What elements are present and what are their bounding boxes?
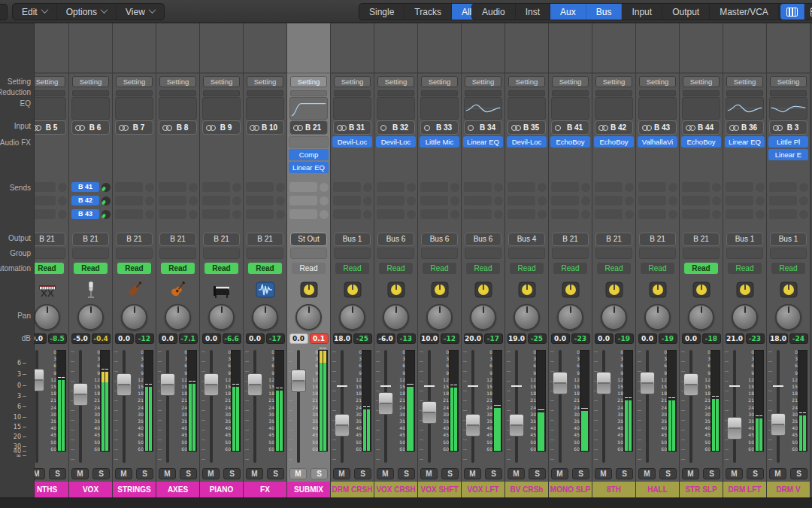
output-slot[interactable]: Bus 1 <box>726 233 763 246</box>
send-empty-slot[interactable] <box>246 209 274 219</box>
send-empty-slot[interactable] <box>769 209 797 219</box>
setting-button[interactable]: Setting <box>247 76 283 87</box>
fader-cap[interactable] <box>117 373 132 396</box>
mute-button[interactable]: M <box>289 468 307 479</box>
pan-knob[interactable] <box>723 302 766 332</box>
group-slot[interactable] <box>639 248 676 259</box>
peak-value[interactable]: -19 <box>659 333 677 344</box>
pan-knob-dial[interactable] <box>732 304 758 330</box>
channel-strip-drm-v[interactable]: Setting B 3 Little PlLinear E Bus 1 Read… <box>767 23 810 497</box>
send-empty-slot[interactable] <box>289 196 317 205</box>
pan-knob[interactable] <box>244 302 286 332</box>
volume-value[interactable]: 0.0 <box>595 333 614 344</box>
mute-button[interactable]: M <box>420 468 438 479</box>
setting-button[interactable]: Setting <box>508 76 545 87</box>
output-slot[interactable]: Bus 6 <box>421 233 458 246</box>
fader-cap[interactable] <box>247 373 262 396</box>
gauge-icon[interactable] <box>680 278 723 300</box>
pan-knob-dial[interactable] <box>295 304 322 330</box>
fader-cap[interactable] <box>160 373 175 396</box>
channel-strip-vox-shft[interactable]: Setting B 33 Little Mic Bus 6 Read 10.0 … <box>418 23 462 497</box>
track-name[interactable]: SUBMIX <box>287 482 330 497</box>
peak-value[interactable]: 0.1 <box>310 333 329 344</box>
channel-strip-vox-crsh[interactable]: Setting B 32 Devil-Loc Bus 6 Read -6.0 -… <box>374 23 418 497</box>
send-empty-slot[interactable] <box>289 209 317 219</box>
volume-value[interactable]: 10.0 <box>420 333 439 344</box>
pan-knob-dial[interactable] <box>383 304 409 330</box>
send-empty-slot[interactable] <box>595 182 623 192</box>
send-empty-slot[interactable] <box>246 182 274 192</box>
input-slot[interactable]: B 42 <box>595 120 633 135</box>
mute-button[interactable]: M <box>769 468 786 479</box>
mute-button[interactable]: M <box>115 468 132 479</box>
columns-view-button[interactable] <box>780 4 804 20</box>
pan-knob-dial[interactable] <box>165 304 191 330</box>
setting-button[interactable]: Setting <box>334 76 371 87</box>
setting-button[interactable]: Setting <box>72 76 109 87</box>
track-name[interactable]: DRM CRSH <box>331 482 374 497</box>
fader-track[interactable] <box>210 350 213 463</box>
pan-knob-dial[interactable] <box>252 304 278 330</box>
track-name[interactable]: VOX LFT <box>462 482 504 497</box>
send-empty-slot[interactable] <box>638 182 666 192</box>
input-slot[interactable]: B 31 <box>333 120 371 135</box>
eq-thumbnail[interactable] <box>159 97 197 120</box>
fader-cap[interactable] <box>291 370 306 392</box>
pan-knob[interactable] <box>113 302 156 332</box>
solo-button[interactable]: S <box>703 468 720 479</box>
pan-knob-dial[interactable] <box>208 304 235 330</box>
eq-thumbnail[interactable] <box>202 97 241 120</box>
volume-value[interactable]: 0.0 <box>115 333 134 344</box>
group-slot[interactable] <box>377 248 414 259</box>
eq-thumbnail[interactable] <box>115 97 153 120</box>
output-slot[interactable]: Bus 6 <box>465 233 501 246</box>
send-empty-slot[interactable] <box>202 209 230 219</box>
setting-button[interactable]: Setting <box>465 76 501 87</box>
send-empty-slot[interactable] <box>769 196 797 205</box>
send-empty-slot[interactable] <box>115 182 143 192</box>
group-slot[interactable] <box>247 248 283 259</box>
peak-value[interactable]: -6.6 <box>223 333 241 344</box>
fader-track[interactable] <box>471 350 474 463</box>
track-name[interactable]: STRINGS <box>113 482 156 497</box>
automation-mode-button[interactable]: Read <box>641 263 674 274</box>
volume-value[interactable]: 21.0 <box>726 333 744 344</box>
eq-thumbnail[interactable] <box>682 97 720 120</box>
send-empty-slot[interactable] <box>333 209 361 219</box>
group-slot[interactable] <box>465 248 501 259</box>
piano-icon[interactable] <box>200 278 243 300</box>
channel-strip-strings[interactable]: Setting B 7 B 21 Read 0.0 -12 0369121518… <box>113 23 156 497</box>
setting-button[interactable]: Setting <box>639 76 676 87</box>
send-empty-slot[interactable] <box>682 182 710 192</box>
send-empty-slot[interactable] <box>508 209 535 219</box>
fader-cap[interactable] <box>509 414 524 437</box>
setting-button[interactable]: Setting <box>552 76 589 87</box>
send-b-41[interactable]: B 41 <box>71 182 99 192</box>
setting-button[interactable]: Setting <box>377 76 414 87</box>
solo-button[interactable]: S <box>790 468 807 479</box>
input-slot[interactable]: B 33 <box>420 120 459 135</box>
fader-cap[interactable] <box>73 383 88 406</box>
automation-mode-button[interactable]: Read <box>117 263 151 274</box>
send-level-knob[interactable] <box>102 210 111 219</box>
volume-value[interactable]: 0.0 <box>246 333 265 344</box>
gauge-icon[interactable] <box>723 278 766 300</box>
filter-input[interactable]: Input <box>622 4 662 20</box>
group-slot[interactable] <box>508 248 545 259</box>
fx-plugin-linear-eq[interactable]: Linear EQ <box>725 136 765 148</box>
fader-cap[interactable] <box>771 413 786 436</box>
volume-value[interactable]: 20.0 <box>464 333 483 344</box>
send-empty-slot[interactable] <box>769 182 797 192</box>
mute-button[interactable]: M <box>682 468 699 479</box>
automation-mode-button[interactable]: Read <box>553 263 587 274</box>
input-slot[interactable]: B 6 <box>71 120 110 135</box>
fx-plugin-echoboy[interactable]: EchoBoy <box>550 136 590 148</box>
solo-button[interactable]: S <box>180 468 197 479</box>
automation-mode-button[interactable]: Read <box>30 263 64 274</box>
pan-knob-dial[interactable] <box>426 304 453 330</box>
channel-strip-fx[interactable]: Setting B 10 B 21 Read 0.0 -17 036912151… <box>244 23 287 497</box>
mute-button[interactable]: M <box>638 468 656 479</box>
fx-plugin-echoboy[interactable]: EchoBoy <box>594 136 634 148</box>
fx-plugin-little-mic[interactable]: Little Mic <box>420 136 459 148</box>
automation-mode-button[interactable]: Read <box>728 263 762 274</box>
